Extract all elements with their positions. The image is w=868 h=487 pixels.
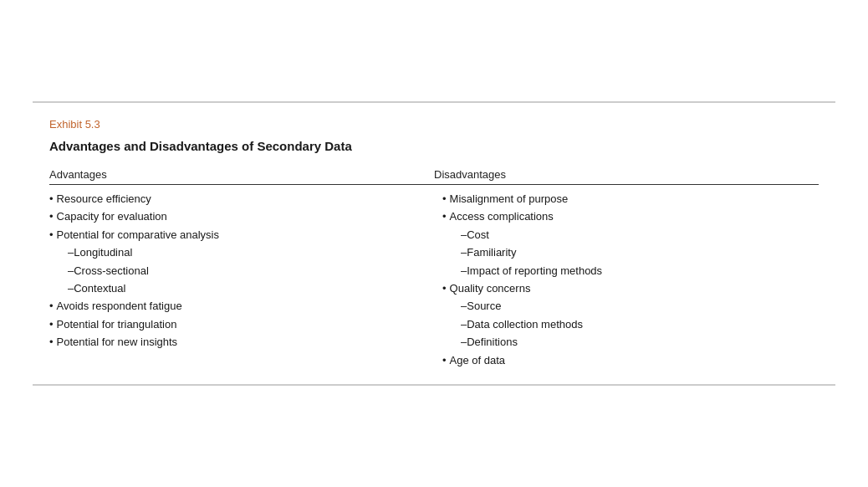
disadvantages-header: Disadvantages [434,168,819,181]
list-item: •Age of data [442,351,819,369]
bullet-icon: • [442,190,447,208]
item-text: Resource efficiency [57,190,151,208]
item-text: Potential for new insights [57,333,178,351]
bullet-icon: • [442,208,447,225]
sub-item: –Cross-sectional [49,262,426,279]
table-container: Advantages Disadvantages •Resource effic… [49,168,819,369]
list-item: •Potential for comparative analysis [49,226,426,244]
sub-text: –Data collection methods [461,315,583,333]
sub-item: –Impact of reporting methods [442,262,819,279]
list-item: •Potential for triangulation [49,315,426,333]
list-item: •Capacity for evaluation [49,208,426,225]
list-item: •Quality concerns [442,279,819,297]
disadvantages-column: •Misalignment of purpose•Access complica… [434,190,819,369]
sub-item: –Longitudinal [49,244,426,261]
bullet-icon: • [49,226,54,244]
bullet-icon: • [49,208,54,225]
sub-item: –Familiarity [442,244,819,261]
advantages-column: •Resource efficiency•Capacity for evalua… [49,190,434,351]
sub-text: –Source [461,297,501,315]
advantages-header: Advantages [49,168,434,181]
item-text: Age of data [450,351,506,369]
list-item: •Misalignment of purpose [442,190,819,208]
item-text: Quality concerns [450,279,531,297]
item-text: Avoids respondent fatigue [57,297,182,315]
page-container: Exhibit 5.3 Advantages and Disadvantages… [0,0,868,487]
sub-item: –Cost [442,226,819,244]
bullet-icon: • [442,279,447,297]
sub-item: –Contextual [49,279,426,297]
sub-text: –Familiarity [461,244,516,261]
exhibit-label: Exhibit 5.3 [49,118,819,131]
bullet-icon: • [49,315,54,333]
item-text: Potential for comparative analysis [57,226,219,244]
bullet-icon: • [442,351,447,369]
table-header: Advantages Disadvantages [49,168,819,185]
exhibit-box: Exhibit 5.3 Advantages and Disadvantages… [33,101,835,386]
list-item: •Access complications [442,208,819,225]
sub-text: –Definitions [461,333,518,351]
exhibit-title: Advantages and Disadvantages of Secondar… [49,139,819,153]
sub-item: –Definitions [442,333,819,351]
sub-text: –Impact of reporting methods [461,262,602,279]
item-text: Capacity for evaluation [57,208,167,225]
item-text: Misalignment of purpose [450,190,569,208]
bullet-icon: • [49,297,54,315]
bullet-icon: • [49,333,54,351]
item-text: Potential for triangulation [57,315,177,333]
item-text: Access complications [450,208,554,225]
sub-text: –Longitudinal [68,244,132,261]
sub-text: –Cross-sectional [68,262,149,279]
sub-text: –Contextual [68,279,125,297]
list-item: •Avoids respondent fatigue [49,297,426,315]
table-body: •Resource efficiency•Capacity for evalua… [49,190,819,369]
bullet-icon: • [49,190,54,208]
sub-text: –Cost [461,226,489,244]
sub-item: –Data collection methods [442,315,819,333]
sub-item: –Source [442,297,819,315]
list-item: •Resource efficiency [49,190,426,208]
list-item: •Potential for new insights [49,333,426,351]
